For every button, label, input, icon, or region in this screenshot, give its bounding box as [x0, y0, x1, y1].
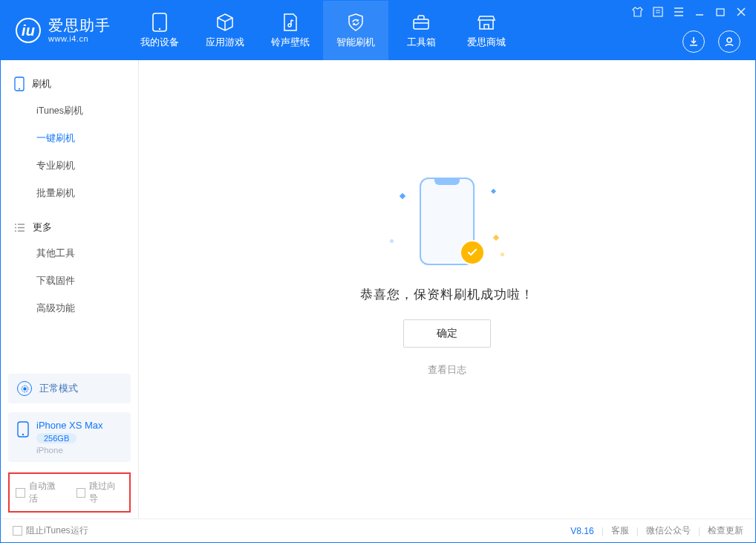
tab-store[interactable]: 爱思商城: [454, 1, 519, 60]
mode-label: 正常模式: [39, 383, 78, 395]
feedback-icon[interactable]: [651, 5, 665, 19]
logo-block: iu 爱思助手 www.i4.cn: [1, 1, 127, 60]
support-link[interactable]: 客服: [611, 524, 629, 537]
sidebar: 刷机 iTunes刷机 一键刷机 专业刷机 批量刷机 更多 其他工具 下载固件 …: [1, 60, 139, 518]
tab-apps[interactable]: 应用游戏: [192, 1, 258, 60]
tab-label: 爱思商城: [467, 36, 506, 49]
device-icon: [149, 12, 170, 33]
device-name: iPhone XS Max: [36, 420, 103, 431]
tab-label: 智能刷机: [336, 36, 375, 49]
sidebar-item-oneclick[interactable]: 一键刷机: [1, 125, 138, 152]
checkbox-icon: [13, 526, 22, 536]
success-illustration: [384, 173, 510, 270]
checkbox-block-itunes[interactable]: 阻止iTunes运行: [13, 524, 88, 537]
menu-icon[interactable]: [672, 5, 685, 19]
svg-point-2: [288, 24, 291, 27]
wechat-link[interactable]: 微信公众号: [646, 524, 691, 537]
group-flash-title: 刷机: [1, 71, 138, 97]
checkbox-label: 阻止iTunes运行: [26, 524, 88, 537]
checkbox-label: 跳过向导: [89, 480, 123, 505]
tab-flash[interactable]: 智能刷机: [323, 1, 388, 60]
sidebar-item-itunes[interactable]: iTunes刷机: [1, 97, 138, 125]
tab-label: 我的设备: [140, 36, 179, 49]
maximize-icon[interactable]: [714, 5, 727, 19]
tab-toolbox[interactable]: 工具箱: [388, 1, 454, 60]
header-action-icons: [682, 30, 740, 53]
footer-right: V8.16 | 客服 | 微信公众号 | 检查更新: [570, 524, 743, 537]
mode-card[interactable]: 正常模式: [8, 374, 131, 403]
checkbox-icon: [76, 488, 86, 498]
svg-rect-4: [654, 7, 662, 16]
group-title-text: 更多: [33, 221, 52, 234]
footer: 阻止iTunes运行 V8.16 | 客服 | 微信公众号 | 检查更新: [1, 518, 755, 542]
body: 刷机 iTunes刷机 一键刷机 专业刷机 批量刷机 更多 其他工具 下载固件 …: [1, 60, 755, 518]
svg-point-1: [159, 28, 160, 30]
tab-my-device[interactable]: 我的设备: [127, 1, 192, 60]
checkbox-skip-wizard[interactable]: 跳过向导: [76, 480, 124, 505]
sync-shield-icon: [345, 12, 366, 33]
device-info: iPhone XS Max 256GB iPhone: [36, 420, 103, 455]
tab-label: 应用游戏: [206, 36, 244, 49]
checkbox-label: 自动激活: [29, 480, 63, 505]
checkbox-icon: [16, 488, 25, 498]
success-message: 恭喜您，保资料刷机成功啦！: [360, 286, 534, 303]
cube-icon: [215, 12, 235, 33]
phone-icon: [14, 77, 25, 91]
minimize-icon[interactable]: [693, 5, 706, 19]
brand-text: 爱思助手 www.i4.cn: [48, 17, 111, 44]
sidebar-item-firmware[interactable]: 下载固件: [1, 267, 138, 295]
version-label: V8.16: [570, 526, 593, 536]
window-controls: [630, 5, 748, 19]
logo-icon: iu: [16, 18, 41, 43]
toolbox-icon: [411, 12, 431, 33]
svg-rect-3: [414, 19, 428, 29]
close-icon[interactable]: [734, 5, 748, 19]
brand-name: 爱思助手: [48, 17, 111, 34]
device-type: iPhone: [36, 446, 103, 455]
header-tabs: 我的设备 应用游戏 铃声壁纸 智能刷机 工具箱: [127, 1, 519, 60]
group-title-text: 刷机: [32, 77, 51, 91]
tab-label: 铃声壁纸: [271, 36, 310, 49]
checkbox-auto-activate[interactable]: 自动激活: [16, 480, 63, 505]
brand-url: www.i4.cn: [48, 34, 111, 44]
device-card[interactable]: iPhone XS Max 256GB iPhone: [8, 412, 131, 462]
tab-label: 工具箱: [407, 36, 436, 49]
tshirt-icon[interactable]: [630, 5, 644, 19]
tab-ringtone[interactable]: 铃声壁纸: [258, 1, 323, 60]
group-more-title: 更多: [1, 215, 138, 240]
device-storage: 256GB: [36, 433, 76, 443]
store-icon: [476, 12, 497, 33]
check-badge-icon: [460, 240, 485, 265]
svg-point-6: [727, 38, 731, 42]
svg-point-12: [22, 434, 24, 435]
user-icon[interactable]: [718, 30, 740, 53]
main-content: 恭喜您，保资料刷机成功啦！ 确定 查看日志: [139, 60, 755, 518]
svg-point-9: [23, 387, 26, 390]
confirm-button[interactable]: 确定: [403, 319, 491, 348]
sidebar-item-batch[interactable]: 批量刷机: [1, 180, 138, 207]
download-icon[interactable]: [682, 30, 705, 53]
sidebar-item-pro[interactable]: 专业刷机: [1, 152, 138, 180]
normal-mode-icon: [17, 381, 32, 396]
list-icon: [14, 223, 25, 233]
view-log-link[interactable]: 查看日志: [428, 364, 466, 377]
header: iu 爱思助手 www.i4.cn 我的设备 应用游戏 铃声壁纸: [1, 1, 755, 60]
svg-rect-5: [717, 9, 724, 16]
update-link[interactable]: 检查更新: [708, 524, 743, 537]
music-file-icon: [280, 12, 301, 33]
sidebar-item-tools[interactable]: 其他工具: [1, 240, 138, 267]
svg-point-8: [19, 88, 20, 90]
sidebar-item-advanced[interactable]: 高级功能: [1, 295, 138, 322]
sidebar-scroll: 刷机 iTunes刷机 一键刷机 专业刷机 批量刷机 更多 其他工具 下载固件 …: [1, 60, 138, 369]
device-phone-icon: [17, 421, 29, 438]
options-row: 自动激活 跳过向导: [8, 472, 131, 513]
